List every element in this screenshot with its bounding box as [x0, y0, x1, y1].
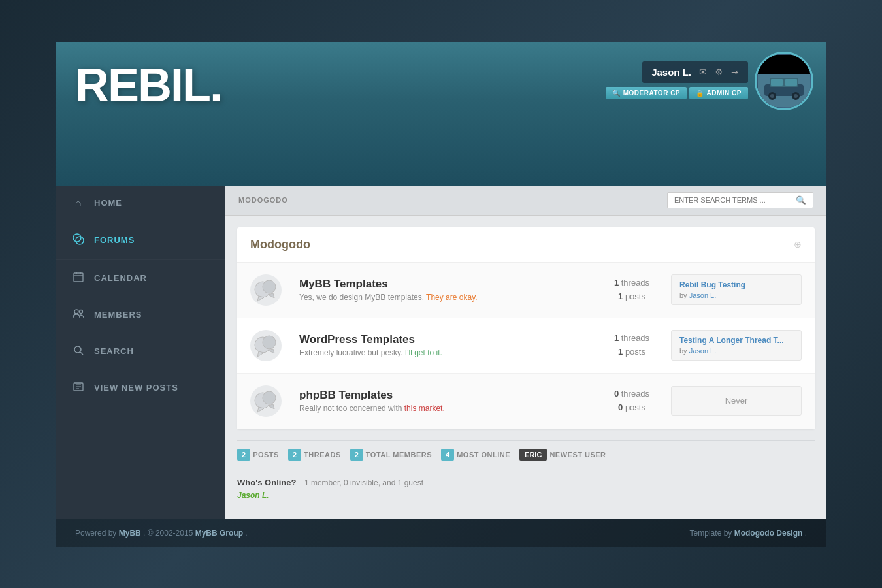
site-header: REBIL. Jason L. ✉ ⚙ ⇥ 🔍 MODERATOR CP 🔒 A…: [56, 42, 826, 186]
svg-point-27: [263, 280, 276, 293]
sidebar-item-view-new-posts[interactable]: VIEW NEW POSTS: [56, 370, 225, 406]
last-post-author[interactable]: Jason L.: [689, 291, 717, 299]
moderator-cp-link[interactable]: 🔍 MODERATOR CP: [606, 87, 687, 99]
site-title: REBIL.: [75, 61, 221, 108]
sidebar-item-label: FORUMS: [94, 235, 135, 245]
footer-left: Powered by MyBB , © 2002-2015 MyBB Group…: [75, 529, 248, 538]
svg-point-31: [263, 336, 276, 349]
sidebar-item-label: MEMBERS: [94, 310, 142, 319]
posts-badge: 2: [237, 449, 250, 461]
svg-rect-13: [74, 273, 83, 282]
newest-user-badge: ERIC: [519, 449, 547, 461]
forum-icon-wrap: [250, 385, 286, 417]
sidebar-item-forums[interactable]: FORUMS: [56, 221, 225, 260]
forum-info: MyBB Templates Yes, we do design MyBB te…: [286, 278, 593, 302]
main-wrapper: REBIL. Jason L. ✉ ⚙ ⇥ 🔍 MODERATOR CP 🔒 A…: [56, 42, 826, 547]
template-link[interactable]: Modogodo Design: [734, 529, 803, 538]
search-submit-icon[interactable]: 🔍: [796, 195, 806, 205]
svg-point-19: [74, 346, 81, 353]
forum-icon-wrap: [250, 330, 286, 361]
forum-icon-wrap: [250, 274, 286, 306]
search-icon: [72, 345, 85, 358]
new-posts-icon: [72, 382, 85, 394]
members-label: TOTAL MEMBERS: [366, 451, 432, 459]
username: Jason L.: [651, 67, 691, 78]
sidebar-item-label: VIEW NEW POSTS: [94, 383, 178, 393]
svg-point-35: [263, 391, 276, 404]
gear-icon[interactable]: ⚙: [715, 67, 723, 77]
expand-icon[interactable]: ⊕: [794, 239, 802, 250]
online-section: Who's Online? 1 member, 0 invisible, and…: [237, 468, 815, 508]
breadcrumb: MODOGODO: [238, 196, 288, 204]
online-label: MOST ONLINE: [457, 451, 510, 459]
sidebar-item-search[interactable]: SEARCH: [56, 333, 225, 370]
members-icon: [72, 309, 85, 321]
sidebar-item-label: HOME: [94, 198, 122, 208]
avatar-svg: [758, 55, 810, 107]
svg-rect-2: [758, 55, 810, 74]
svg-line-20: [80, 352, 83, 355]
breadcrumb-bar: MODOGODO 🔍: [225, 186, 826, 216]
forum-name[interactable]: MyBB Templates: [299, 278, 580, 291]
sidebar-item-home[interactable]: ⌂ HOME: [56, 186, 225, 221]
posts-stat: 1 posts: [593, 290, 671, 304]
forum-panel-title: Modogodo: [250, 238, 310, 252]
message-icon[interactable]: ✉: [699, 67, 707, 77]
lock-icon: 🔒: [696, 90, 704, 97]
sidebar-item-calendar[interactable]: CALENDAR: [56, 260, 225, 297]
forum-info: WordPress Templates Extremely lucrative …: [286, 333, 593, 357]
forum-last-post: Testing A Longer Thread T... by Jason L.: [671, 330, 802, 361]
forum-desc: Really not too concerned with this marke…: [299, 404, 580, 413]
forum-panel: Modogodo ⊕: [237, 227, 815, 429]
forum-stats: 1 threads 1 posts: [593, 276, 671, 304]
online-badge: 4: [441, 449, 454, 461]
forum-stats: 1 threads 1 posts: [593, 332, 671, 359]
sidebar-item-label: CALENDAR: [94, 273, 147, 283]
logout-icon[interactable]: ⇥: [731, 67, 739, 77]
forum-desc: Extremely lucrative but pesky. I'll get …: [299, 348, 580, 357]
user-info-row: Jason L. ✉ ⚙ ⇥: [642, 61, 748, 83]
last-post-title[interactable]: Testing A Longer Thread T...: [679, 336, 793, 345]
forum-name[interactable]: WordPress Templates: [299, 333, 580, 346]
sidebar: ⌂ HOME FORUMS: [56, 186, 225, 519]
svg-point-8: [794, 94, 798, 98]
forum-desc-highlight: I'll get to it.: [405, 348, 442, 357]
last-post-by: by Jason L.: [679, 347, 793, 355]
members-badge: 2: [350, 449, 363, 461]
svg-point-7: [770, 94, 774, 98]
forum-name[interactable]: phpBB Templates: [299, 389, 580, 402]
last-post-title[interactable]: Rebil Bug Testing: [679, 280, 793, 289]
online-desc: 1 member, 0 invisible, and 1 guest: [304, 478, 423, 487]
mybb-group-link[interactable]: MyBB Group: [195, 529, 243, 538]
home-icon: ⌂: [72, 197, 85, 209]
forum-chat-icon: [250, 274, 282, 306]
forum-desc-highlight: this market.: [404, 404, 445, 413]
avatar-image: [757, 54, 811, 108]
search-input[interactable]: [674, 196, 792, 204]
calendar-icon: [72, 272, 85, 285]
mybb-link[interactable]: MyBB: [119, 529, 141, 538]
footer-right: Template by Modogodo Design .: [690, 529, 807, 538]
svg-point-18: [80, 310, 83, 313]
site-footer: Powered by MyBB , © 2002-2015 MyBB Group…: [56, 519, 826, 547]
svg-point-17: [74, 310, 78, 314]
admin-cp-link[interactable]: 🔒 ADMIN CP: [689, 87, 748, 99]
sidebar-item-label: SEARCH: [94, 346, 134, 356]
forum-stats: 0 threads 0 posts: [593, 387, 671, 415]
last-post-author[interactable]: Jason L.: [689, 347, 717, 355]
avatar[interactable]: [755, 52, 813, 110]
content-area: MODOGODO 🔍 Modogodo ⊕: [225, 186, 826, 519]
forum-desc: Yes, we do design MyBB templates. They a…: [299, 293, 580, 302]
posts-stat: 1 posts: [593, 346, 671, 359]
threads-stat: 1 threads: [593, 276, 671, 290]
sidebar-item-members[interactable]: MEMBERS: [56, 297, 225, 333]
forum-chat-icon: [250, 385, 282, 417]
newest-user-label: NEWEST USER: [549, 451, 606, 459]
online-user[interactable]: Jason L.: [237, 491, 815, 500]
forum-last-post: Never: [671, 386, 802, 416]
svg-rect-9: [771, 79, 783, 86]
forums-icon: [72, 233, 85, 248]
posts-stat: 0 posts: [593, 401, 671, 415]
svg-rect-10: [785, 79, 797, 86]
posts-label: POSTS: [253, 451, 279, 459]
